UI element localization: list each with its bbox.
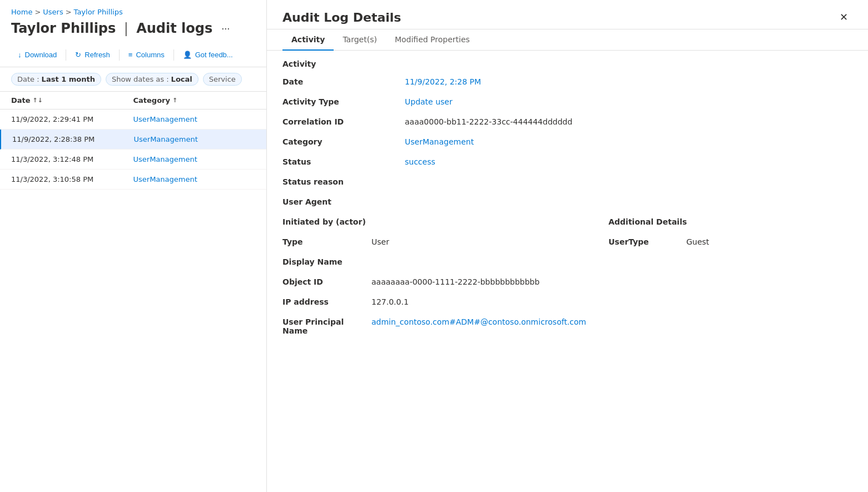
col-category[interactable]: Category ↑ xyxy=(133,96,256,105)
actor-ip-address-label: IP address xyxy=(282,297,371,306)
actor-upn: User Principal Name admin_contoso.com#AD… xyxy=(282,317,586,335)
actor-ip-address-value: 127.0.0.1 xyxy=(371,297,586,306)
feedback-button[interactable]: 👤 Got feedb... xyxy=(176,47,240,62)
two-col-section: Initiated by (actor) Type User Display N… xyxy=(282,217,852,346)
additional-section: Additional Details UserType Guest xyxy=(608,217,852,346)
left-panel: Home > Users > Taylor Phillips Taylor Ph… xyxy=(0,0,267,492)
additional-user-type-label: UserType xyxy=(608,237,686,246)
actor-type: Type User xyxy=(282,237,586,246)
date-filter-value: Last 1 month xyxy=(42,75,95,83)
columns-label: Columns xyxy=(136,51,164,59)
field-category-label: Category xyxy=(282,137,405,146)
page-title: Taylor Phillips | Audit logs xyxy=(11,21,212,36)
breadcrumb-home[interactable]: Home xyxy=(11,8,32,16)
more-options-button[interactable]: ··· xyxy=(218,22,233,36)
field-date-value[interactable]: 11/9/2022, 2:28 PM xyxy=(405,77,852,86)
field-date-label: Date xyxy=(282,77,405,86)
feedback-icon: 👤 xyxy=(183,51,192,59)
additional-user-type: UserType Guest xyxy=(608,237,852,246)
breadcrumb-user-name[interactable]: Taylor Phillips xyxy=(74,8,123,16)
table-row[interactable]: 11/9/2022, 2:29:41 PM UserManagement xyxy=(0,110,266,130)
toolbar-divider-3 xyxy=(173,49,174,61)
detail-tabs: Activity Target(s) Modified Properties xyxy=(267,29,868,51)
field-activity-type-label: Activity Type xyxy=(282,97,405,106)
tab-activity[interactable]: Activity xyxy=(282,29,334,51)
field-category-value[interactable]: UserManagement xyxy=(405,137,852,146)
right-panel: Audit Log Details ✕ Activity Target(s) M… xyxy=(267,0,868,492)
show-dates-filter[interactable]: Show dates as : Local xyxy=(106,73,199,86)
sort-icon-category: ↑ xyxy=(172,97,177,104)
row-date-4: 11/3/2022, 3:10:58 PM xyxy=(11,175,133,183)
actor-object-id-label: Object ID xyxy=(282,277,371,286)
field-activity-type: Activity Type Update user xyxy=(282,97,852,106)
date-filter-label: Date : xyxy=(17,75,39,83)
field-category: Category UserManagement xyxy=(282,137,852,146)
field-correlation-id: Correlation ID aaaa0000-bb11-2222-33cc-4… xyxy=(282,117,852,126)
refresh-button[interactable]: ↻ Refresh xyxy=(68,47,117,62)
table-row[interactable]: 11/9/2022, 2:28:38 PM UserManagement xyxy=(0,130,266,150)
refresh-icon: ↻ xyxy=(75,51,81,59)
tab-modified-properties[interactable]: Modified Properties xyxy=(386,29,479,51)
field-status-reason: Status reason xyxy=(282,177,852,186)
row-category-2[interactable]: UserManagement xyxy=(134,135,256,143)
activity-section-title: Activity xyxy=(282,59,852,68)
row-category-3[interactable]: UserManagement xyxy=(133,155,256,163)
field-correlation-id-label: Correlation ID xyxy=(282,117,405,126)
row-date-3: 11/3/2022, 3:12:48 PM xyxy=(11,155,133,163)
field-user-agent-label: User Agent xyxy=(282,197,405,206)
breadcrumb: Home > Users > Taylor Phillips xyxy=(0,0,266,19)
actor-object-id-value: aaaaaaaa-0000-1111-2222-bbbbbbbbbbbb xyxy=(371,277,586,286)
breadcrumb-users[interactable]: Users xyxy=(43,8,63,16)
refresh-label: Refresh xyxy=(85,51,110,59)
actor-ip-address: IP address 127.0.0.1 xyxy=(282,297,586,306)
actor-section: Initiated by (actor) Type User Display N… xyxy=(282,217,586,346)
additional-user-type-value: Guest xyxy=(686,237,852,246)
download-button[interactable]: ↓ Download xyxy=(11,47,63,62)
row-date-1: 11/9/2022, 2:29:41 PM xyxy=(11,115,133,123)
page-title-row: Taylor Phillips | Audit logs ··· xyxy=(0,19,266,45)
actor-display-name: Display Name xyxy=(282,257,586,266)
service-filter[interactable]: Service xyxy=(203,73,242,86)
close-button[interactable]: ✕ xyxy=(835,10,852,24)
columns-button[interactable]: ≡ Columns xyxy=(122,47,171,62)
field-correlation-id-value: aaaa0000-bb11-2222-33cc-444444dddddd xyxy=(405,117,852,126)
sort-icon-date: ↑↓ xyxy=(33,97,43,104)
toolbar: ↓ Download ↻ Refresh ≡ Columns 👤 Got fee… xyxy=(0,45,266,67)
date-filter[interactable]: Date : Last 1 month xyxy=(11,73,101,86)
additional-section-title: Additional Details xyxy=(608,217,852,226)
table-header: Date ↑↓ Category ↑ xyxy=(0,92,266,110)
detail-header: Audit Log Details ✕ xyxy=(267,0,868,29)
detail-body: Activity Date 11/9/2022, 2:28 PM Activit… xyxy=(267,51,868,492)
table-row[interactable]: 11/3/2022, 3:10:58 PM UserManagement xyxy=(0,170,266,190)
detail-title: Audit Log Details xyxy=(282,11,401,24)
row-category-1[interactable]: UserManagement xyxy=(133,115,256,123)
audit-log-table: Date ↑↓ Category ↑ 11/9/2022, 2:29:41 PM… xyxy=(0,92,266,492)
toolbar-divider-1 xyxy=(66,49,66,61)
col-date[interactable]: Date ↑↓ xyxy=(11,96,133,105)
actor-upn-label: User Principal Name xyxy=(282,317,371,335)
actor-section-title: Initiated by (actor) xyxy=(282,217,586,226)
actor-type-value: User xyxy=(371,237,586,246)
row-category-4[interactable]: UserManagement xyxy=(133,175,256,183)
download-icon: ↓ xyxy=(18,51,22,59)
actor-upn-value[interactable]: admin_contoso.com#ADM#@contoso.onmicroso… xyxy=(371,317,586,326)
columns-icon: ≡ xyxy=(128,51,133,59)
actor-display-name-label: Display Name xyxy=(282,257,371,266)
actor-type-label: Type xyxy=(282,237,371,246)
tab-targets[interactable]: Target(s) xyxy=(334,29,386,51)
show-dates-filter-label: Show dates as : xyxy=(112,75,169,83)
toolbar-divider-2 xyxy=(119,49,120,61)
service-filter-label: Service xyxy=(209,75,236,83)
feedback-label: Got feedb... xyxy=(195,51,233,59)
field-status-reason-label: Status reason xyxy=(282,177,405,186)
field-date: Date 11/9/2022, 2:28 PM xyxy=(282,77,852,86)
row-date-2: 11/9/2022, 2:28:38 PM xyxy=(12,135,134,143)
field-status-value[interactable]: success xyxy=(405,157,852,166)
field-activity-type-value[interactable]: Update user xyxy=(405,97,852,106)
download-label: Download xyxy=(25,51,57,59)
field-status-label: Status xyxy=(282,157,405,166)
table-row[interactable]: 11/3/2022, 3:12:48 PM UserManagement xyxy=(0,150,266,170)
field-status: Status success xyxy=(282,157,852,166)
actor-object-id: Object ID aaaaaaaa-0000-1111-2222-bbbbbb… xyxy=(282,277,586,286)
field-user-agent: User Agent xyxy=(282,197,852,206)
